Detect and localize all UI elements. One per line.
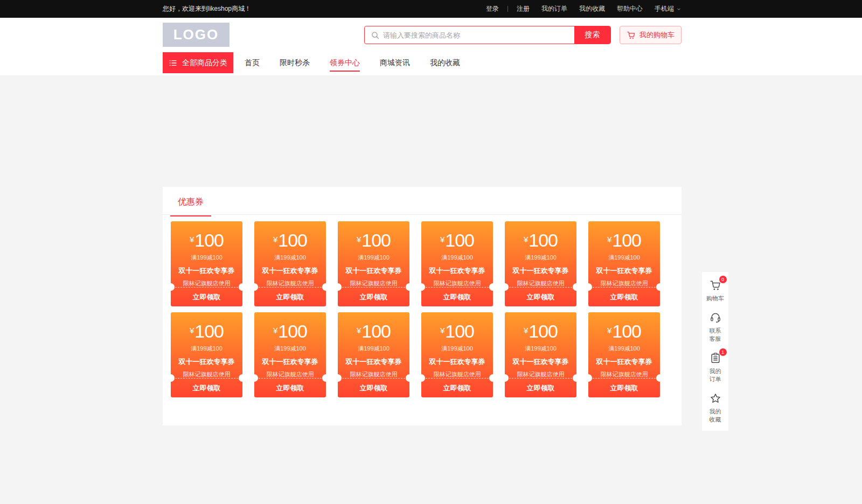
claim-coupon-button[interactable]: 立即领取: [171, 379, 242, 397]
amount-value: 100: [612, 230, 641, 250]
coupon-card: ¥100 满199减100 双十一狂欢专享券 限林记旗舰店使用 立即领取: [505, 312, 576, 397]
sidebar-item-label: 我的订单: [710, 367, 721, 383]
claim-coupon-button[interactable]: 立即领取: [588, 288, 660, 306]
coupon-card: ¥100 满199减100 双十一狂欢专享券 限林记旗舰店使用 立即领取: [588, 221, 660, 306]
claim-coupon-button[interactable]: 立即领取: [588, 379, 660, 397]
search-button[interactable]: 搜索: [574, 26, 610, 44]
coupon-card: ¥100 满199减100 双十一狂欢专享券 限林记旗舰店使用 立即领取: [338, 221, 409, 306]
help-center-link[interactable]: 帮助中心: [617, 4, 643, 13]
coupon-condition: 满199减100: [338, 345, 409, 353]
coupon-scope: 限林记旗舰店使用: [505, 279, 576, 288]
claim-coupon-button[interactable]: 立即领取: [254, 379, 326, 397]
claim-coupon-button[interactable]: 立即领取: [421, 379, 493, 397]
amount-value: 100: [445, 230, 474, 250]
sidebar-item-my-orders[interactable]: 1 我的订单: [709, 347, 722, 387]
coupon-amount: ¥100: [254, 321, 326, 341]
sidebar-item-cart[interactable]: 0 购物车: [706, 274, 724, 306]
nav-tab[interactable]: 首页: [245, 52, 260, 73]
coupon-amount: ¥100: [505, 230, 576, 250]
amount-value: 100: [529, 230, 558, 250]
amount-value: 100: [194, 321, 224, 341]
currency-symbol: ¥: [440, 235, 444, 244]
coupon-name: 双十一狂欢专享券: [588, 266, 660, 276]
currency-symbol: ¥: [273, 235, 277, 244]
amount-value: 100: [529, 321, 558, 341]
divider: [508, 6, 508, 12]
claim-coupon-button[interactable]: 立即领取: [505, 379, 576, 397]
order-icon: 1: [709, 352, 722, 365]
my-orders-link[interactable]: 我的订单: [541, 4, 567, 13]
nav-tab[interactable]: 商城资讯: [380, 52, 410, 73]
coupon-condition: 满199减100: [421, 254, 493, 262]
claim-coupon-button[interactable]: 立即领取: [171, 288, 242, 306]
headset-icon: [709, 311, 722, 324]
cart-button-label: 我的购物车: [639, 30, 675, 40]
currency-symbol: ¥: [607, 235, 611, 244]
logo[interactable]: LOGO: [163, 23, 230, 47]
coupon-condition: 满199减100: [588, 254, 660, 262]
currency-symbol: ¥: [607, 326, 611, 335]
my-favorites-link[interactable]: 我的收藏: [579, 4, 605, 13]
coupon-card: ¥100 满199减100 双十一狂欢专享券 限林记旗舰店使用 立即领取: [171, 312, 242, 397]
mobile-link[interactable]: 手机端: [655, 4, 682, 13]
sidebar-item-customer-service[interactable]: 联系客服: [709, 306, 722, 347]
coupon-condition: 满199减100: [171, 345, 242, 353]
amount-value: 100: [445, 321, 474, 341]
coupon-scope: 限林记旗舰店使用: [338, 279, 409, 288]
welcome-text: 您好，欢迎来到likeshop商城！: [163, 4, 251, 13]
topbar: 您好，欢迎来到likeshop商城！ 登录 注册 我的订单 我的收藏 帮助中心 …: [0, 0, 862, 18]
claim-coupon-button[interactable]: 立即领取: [254, 288, 326, 306]
coupon-amount: ¥100: [588, 321, 660, 341]
coupon-tab-title[interactable]: 优惠券: [178, 197, 204, 208]
coupon-name: 双十一狂欢专享券: [421, 266, 493, 276]
claim-coupon-button[interactable]: 立即领取: [505, 288, 576, 306]
coupon-card: ¥100 满199减100 双十一狂欢专享券 限林记旗舰店使用 立即领取: [421, 221, 493, 306]
coupon-amount: ¥100: [421, 230, 493, 250]
coupon-amount: ¥100: [588, 230, 660, 250]
menu-icon: [169, 59, 177, 67]
register-link[interactable]: 注册: [517, 4, 530, 13]
header: LOGO 搜索 我的购物车 全部商品分类 首页 限时秒杀 领券中心: [0, 18, 862, 75]
amount-value: 100: [194, 230, 224, 250]
all-categories-button[interactable]: 全部商品分类: [163, 52, 233, 73]
coupon-amount: ¥100: [505, 321, 576, 341]
login-link[interactable]: 登录: [486, 4, 499, 13]
claim-coupon-button[interactable]: 立即领取: [421, 288, 493, 306]
coupon-amount: ¥100: [171, 321, 242, 341]
nav-tab[interactable]: 我的收藏: [430, 52, 460, 73]
coupon-name: 双十一狂欢专享券: [338, 357, 409, 367]
amount-value: 100: [278, 230, 307, 250]
coupon-amount: ¥100: [421, 321, 493, 341]
currency-symbol: ¥: [357, 235, 361, 244]
coupon-name: 双十一狂欢专享券: [588, 357, 660, 367]
coupon-condition: 满199减100: [505, 345, 576, 353]
cart-button[interactable]: 我的购物车: [620, 26, 682, 44]
amount-value: 100: [278, 321, 307, 341]
coupon-card: ¥100 满199减100 双十一狂欢专享券 限林记旗舰店使用 立即领取: [254, 221, 326, 306]
coupon-name: 双十一狂欢专享券: [421, 357, 493, 367]
currency-symbol: ¥: [273, 326, 277, 335]
search-input[interactable]: [365, 26, 574, 44]
cart-icon: [627, 31, 636, 40]
search-bar: 搜索: [364, 26, 611, 44]
coupon-panel: 优惠券 ¥100 满199减100 双十一狂欢专享券 限林记旗舰店使用 立即领取…: [163, 187, 682, 425]
coupon-name: 双十一狂欢专享券: [338, 266, 409, 276]
nav-tab[interactable]: 限时秒杀: [280, 52, 310, 73]
coupon-scope: 限林记旗舰店使用: [588, 279, 660, 288]
claim-coupon-button[interactable]: 立即领取: [338, 288, 409, 306]
coupon-grid: ¥100 满199减100 双十一狂欢专享券 限林记旗舰店使用 立即领取 ¥10…: [163, 215, 682, 397]
coupon-condition: 满199减100: [254, 345, 326, 353]
claim-coupon-button[interactable]: 立即领取: [338, 379, 409, 397]
coupon-condition: 满199减100: [588, 345, 660, 353]
coupon-scope: 限林记旗舰店使用: [171, 279, 242, 288]
currency-symbol: ¥: [440, 326, 444, 335]
nav-tab[interactable]: 领券中心: [330, 52, 360, 73]
sidebar-item-my-favorites[interactable]: 我的收藏: [709, 387, 722, 428]
coupon-amount: ¥100: [338, 321, 409, 341]
coupon-card: ¥100 满199减100 双十一狂欢专享券 限林记旗舰店使用 立即领取: [505, 221, 576, 306]
coupon-condition: 满199减100: [338, 254, 409, 262]
currency-symbol: ¥: [357, 326, 361, 335]
coupon-amount: ¥100: [338, 230, 409, 250]
currency-symbol: ¥: [524, 326, 528, 335]
amount-value: 100: [612, 321, 641, 341]
